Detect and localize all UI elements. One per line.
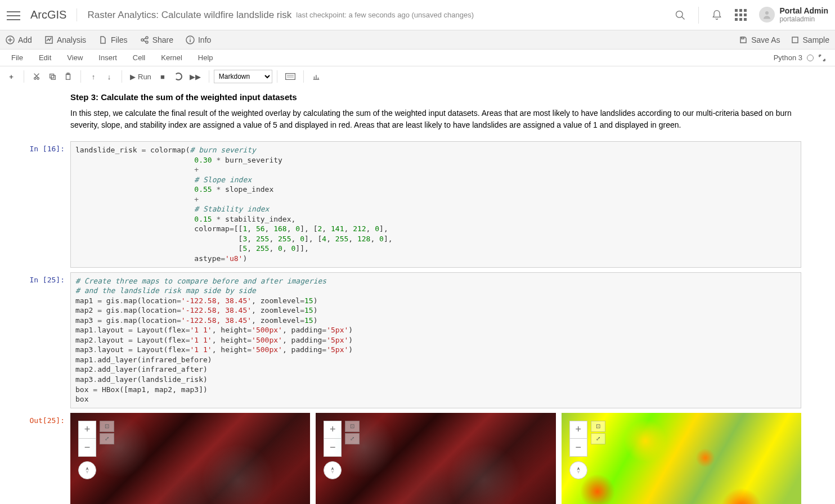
- bell-icon[interactable]: [711, 10, 722, 21]
- analysis-button[interactable]: Analysis: [44, 35, 86, 44]
- code-body-16[interactable]: landslide_risk = colormap(# burn severit…: [70, 141, 801, 268]
- extent-icon[interactable]: ⤢: [591, 433, 605, 444]
- zoom-out-button[interactable]: −: [78, 439, 96, 457]
- info-button[interactable]: Info: [186, 35, 211, 44]
- menu-help[interactable]: Help: [190, 53, 221, 62]
- run-all-button[interactable]: ▶▶: [186, 69, 204, 84]
- chart-icon[interactable]: [308, 69, 324, 84]
- brand-label: ArcGIS: [30, 8, 77, 21]
- move-down-button[interactable]: ↓: [101, 69, 117, 84]
- save-as-button[interactable]: Save As: [739, 35, 780, 44]
- menu-kernel[interactable]: Kernel: [153, 53, 190, 62]
- apps-grid-icon[interactable]: [735, 9, 747, 21]
- svg-point-18: [37, 78, 39, 80]
- svg-point-14: [190, 37, 191, 38]
- step-heading: Step 3: Calculate the sum of the weighte…: [70, 92, 801, 102]
- basemap-icon[interactable]: ⊡: [345, 421, 360, 432]
- zoom-in-button[interactable]: +: [324, 421, 342, 439]
- svg-point-8: [146, 37, 148, 39]
- add-button[interactable]: Add: [6, 35, 32, 44]
- expand-icon[interactable]: [818, 54, 826, 62]
- compass-icon[interactable]: [569, 461, 587, 479]
- code-cell-16[interactable]: In [16]: landslide_risk = colormap(# bur…: [23, 141, 801, 268]
- extent-icon[interactable]: ⤢: [100, 433, 114, 444]
- basemap-icon[interactable]: ⊡: [100, 421, 114, 432]
- maps-output: +− ⊡⤢ +− ⊡⤢ +− ⊡⤢: [70, 413, 801, 504]
- cell-type-select[interactable]: Markdown: [214, 70, 272, 83]
- zoom-out-button[interactable]: −: [324, 439, 342, 457]
- svg-rect-15: [742, 37, 744, 39]
- cut-button[interactable]: [29, 69, 44, 84]
- prompt-out-25: Out[25]:: [23, 413, 70, 504]
- output-cell-25: Out[25]: +− ⊡⤢ +− ⊡⤢ +− ⊡⤢: [23, 413, 801, 504]
- svg-point-0: [676, 11, 683, 17]
- markdown-cell[interactable]: Step 3: Calculate the sum of the weighte…: [70, 92, 801, 131]
- prompt-in-16: In [16]:: [23, 141, 70, 268]
- search-icon[interactable]: [675, 10, 686, 21]
- svg-line-11: [143, 40, 146, 42]
- checkpoint-status: last checkpoint: a few seconds ago (unsa…: [296, 11, 474, 19]
- divider: [698, 7, 699, 24]
- code-cell-25[interactable]: In [25]: # Create three maps to compare …: [23, 272, 801, 408]
- move-up-button[interactable]: ↑: [86, 69, 101, 84]
- menu-insert[interactable]: Insert: [91, 53, 125, 62]
- svg-rect-30: [316, 75, 317, 79]
- svg-point-2: [765, 11, 769, 15]
- svg-rect-16: [792, 37, 798, 43]
- svg-rect-29: [313, 76, 315, 79]
- menu-view[interactable]: View: [59, 53, 91, 62]
- paste-button[interactable]: [60, 69, 76, 84]
- zoom-in-button[interactable]: +: [78, 421, 96, 439]
- sample-button[interactable]: Sample: [791, 35, 829, 44]
- step-paragraph: In this step, we calculate the final res…: [70, 107, 801, 131]
- basemap-icon[interactable]: ⊡: [591, 421, 605, 432]
- svg-point-17: [34, 78, 37, 80]
- extent-icon[interactable]: ⤢: [345, 433, 360, 444]
- zoom-out-button[interactable]: −: [569, 439, 587, 457]
- top-header: ArcGIS Raster Analytics: Calculate wildf…: [0, 0, 835, 30]
- svg-line-10: [143, 38, 146, 39]
- compass-icon[interactable]: [324, 461, 342, 479]
- stop-button[interactable]: ■: [155, 69, 170, 84]
- zoom-in-button[interactable]: +: [569, 421, 587, 439]
- reload-icon: [174, 73, 182, 80]
- run-button[interactable]: ▶Run: [127, 69, 155, 84]
- menu-edit[interactable]: Edit: [31, 53, 59, 62]
- svg-line-1: [682, 16, 685, 19]
- menu-file[interactable]: File: [3, 53, 31, 62]
- map-after[interactable]: +− ⊡⤢: [316, 413, 555, 504]
- keyboard-icon[interactable]: [282, 69, 299, 84]
- avatar-icon: [759, 7, 775, 22]
- code-body-25[interactable]: # Create three maps to compare before an…: [70, 272, 801, 408]
- action-bar: Add Analysis Files Share Info Save As Sa…: [0, 30, 835, 50]
- user-name: Portal Admin: [779, 7, 828, 15]
- copy-button[interactable]: [44, 69, 60, 84]
- kernel-status-icon: [807, 55, 814, 61]
- files-button[interactable]: Files: [98, 35, 128, 44]
- svg-point-9: [146, 41, 148, 43]
- map-risk[interactable]: +− ⊡⤢: [562, 413, 801, 504]
- svg-rect-22: [51, 75, 55, 79]
- restart-button[interactable]: [170, 69, 186, 84]
- kernel-name[interactable]: Python 3: [774, 53, 802, 62]
- menu-icon[interactable]: [7, 8, 20, 22]
- notebook-title[interactable]: Raster Analytics: Calculate wildfire lan…: [87, 10, 291, 21]
- share-button[interactable]: Share: [140, 35, 173, 44]
- prompt-in-25: In [25]:: [23, 272, 70, 408]
- map-before[interactable]: +− ⊡⤢: [70, 413, 310, 504]
- menu-bar: File Edit View Insert Cell Kernel Help P…: [0, 50, 835, 66]
- menu-cell[interactable]: Cell: [125, 53, 153, 62]
- svg-rect-21: [50, 74, 54, 78]
- toolbar: + ↑ ↓ ▶Run ■ ▶▶ Markdown: [0, 66, 835, 87]
- user-menu[interactable]: Portal Admin portaladmin: [759, 7, 828, 23]
- svg-rect-31: [317, 78, 318, 80]
- user-login: portaladmin: [779, 16, 828, 23]
- svg-point-7: [141, 39, 143, 41]
- add-cell-button[interactable]: +: [3, 69, 19, 84]
- svg-rect-25: [285, 74, 295, 80]
- compass-icon[interactable]: [78, 461, 96, 479]
- notebook-area: Step 3: Calculate the sum of the weighte…: [0, 87, 835, 504]
